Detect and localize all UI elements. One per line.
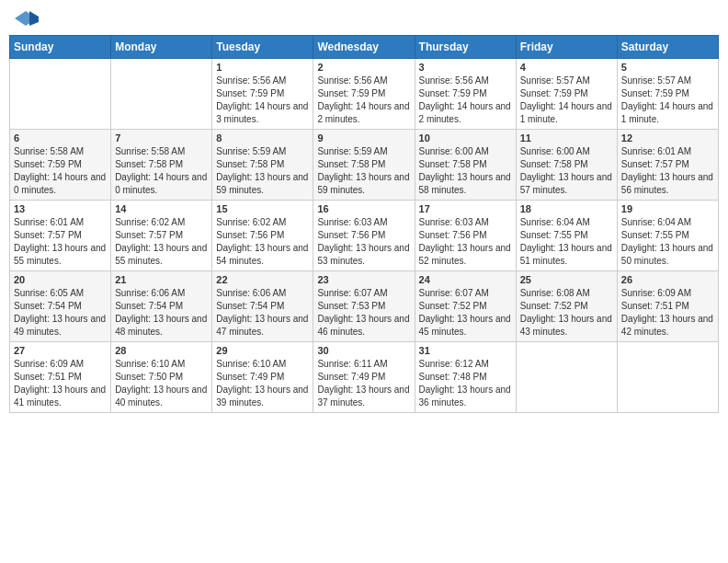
calendar-cell: 6Sunrise: 5:58 AM Sunset: 7:59 PM Daylig… <box>10 130 111 201</box>
calendar-cell: 16Sunrise: 6:03 AM Sunset: 7:56 PM Dayli… <box>313 201 415 271</box>
day-detail: Sunrise: 6:11 AM Sunset: 7:49 PM Dayligh… <box>317 358 410 409</box>
day-number: 2 <box>317 62 410 73</box>
day-number: 4 <box>520 62 613 73</box>
day-detail: Sunrise: 5:56 AM Sunset: 7:59 PM Dayligh… <box>216 75 309 126</box>
day-number: 19 <box>621 203 714 214</box>
calendar-week-row: 6Sunrise: 5:58 AM Sunset: 7:59 PM Daylig… <box>10 130 719 201</box>
day-number: 28 <box>115 345 208 356</box>
calendar-cell: 10Sunrise: 6:00 AM Sunset: 7:58 PM Dayli… <box>415 130 516 201</box>
calendar-cell: 20Sunrise: 6:05 AM Sunset: 7:54 PM Dayli… <box>10 271 111 342</box>
calendar-cell: 1Sunrise: 5:56 AM Sunset: 7:59 PM Daylig… <box>212 59 313 130</box>
column-header-sunday: Sunday <box>10 36 111 59</box>
calendar-cell <box>10 59 111 130</box>
day-number: 29 <box>216 345 309 356</box>
day-number: 31 <box>419 345 512 356</box>
day-detail: Sunrise: 6:10 AM Sunset: 7:49 PM Dayligh… <box>216 358 309 409</box>
calendar-week-row: 27Sunrise: 6:09 AM Sunset: 7:51 PM Dayli… <box>10 342 719 413</box>
calendar-cell: 25Sunrise: 6:08 AM Sunset: 7:52 PM Dayli… <box>516 271 617 342</box>
day-number: 1 <box>216 62 309 73</box>
calendar-cell: 9Sunrise: 5:59 AM Sunset: 7:58 PM Daylig… <box>313 130 415 201</box>
day-detail: Sunrise: 6:01 AM Sunset: 7:57 PM Dayligh… <box>14 216 107 268</box>
day-number: 16 <box>317 203 410 214</box>
day-number: 3 <box>419 62 512 73</box>
calendar-cell: 19Sunrise: 6:04 AM Sunset: 7:55 PM Dayli… <box>617 201 718 271</box>
calendar-cell: 13Sunrise: 6:01 AM Sunset: 7:57 PM Dayli… <box>10 201 111 271</box>
day-number: 26 <box>621 274 714 285</box>
day-number: 7 <box>115 132 208 144</box>
day-detail: Sunrise: 5:57 AM Sunset: 7:59 PM Dayligh… <box>621 75 714 126</box>
calendar-cell: 11Sunrise: 6:00 AM Sunset: 7:58 PM Dayli… <box>516 130 617 201</box>
calendar-cell <box>111 59 212 130</box>
day-detail: Sunrise: 6:04 AM Sunset: 7:55 PM Dayligh… <box>520 216 613 268</box>
day-number: 6 <box>14 132 107 144</box>
calendar-cell: 8Sunrise: 5:59 AM Sunset: 7:58 PM Daylig… <box>212 130 313 201</box>
day-number: 25 <box>520 274 613 285</box>
day-number: 14 <box>115 203 208 214</box>
column-header-tuesday: Tuesday <box>212 36 313 59</box>
calendar-cell: 3Sunrise: 5:56 AM Sunset: 7:59 PM Daylig… <box>415 59 516 130</box>
calendar-table: SundayMondayTuesdayWednesdayThursdayFrid… <box>9 35 719 413</box>
logo-icon <box>13 9 39 28</box>
day-number: 22 <box>216 274 309 285</box>
calendar-cell: 30Sunrise: 6:11 AM Sunset: 7:49 PM Dayli… <box>313 342 415 413</box>
day-detail: Sunrise: 6:00 AM Sunset: 7:58 PM Dayligh… <box>520 145 613 197</box>
day-detail: Sunrise: 6:03 AM Sunset: 7:56 PM Dayligh… <box>419 216 512 268</box>
column-header-friday: Friday <box>516 36 617 59</box>
calendar-cell: 14Sunrise: 6:02 AM Sunset: 7:57 PM Dayli… <box>111 201 212 271</box>
day-detail: Sunrise: 6:12 AM Sunset: 7:48 PM Dayligh… <box>419 358 512 409</box>
day-number: 30 <box>317 345 410 356</box>
calendar-cell: 12Sunrise: 6:01 AM Sunset: 7:57 PM Dayli… <box>617 130 718 201</box>
calendar-cell: 17Sunrise: 6:03 AM Sunset: 7:56 PM Dayli… <box>415 201 516 271</box>
calendar-week-row: 20Sunrise: 6:05 AM Sunset: 7:54 PM Dayli… <box>10 271 719 342</box>
day-detail: Sunrise: 6:06 AM Sunset: 7:54 PM Dayligh… <box>216 287 309 339</box>
column-header-saturday: Saturday <box>617 36 718 59</box>
calendar-cell <box>617 342 718 413</box>
day-number: 17 <box>419 203 512 214</box>
day-detail: Sunrise: 6:10 AM Sunset: 7:50 PM Dayligh… <box>115 358 208 409</box>
day-detail: Sunrise: 5:59 AM Sunset: 7:58 PM Dayligh… <box>216 145 309 197</box>
logo <box>13 9 42 28</box>
page-header <box>9 9 719 28</box>
day-detail: Sunrise: 6:07 AM Sunset: 7:52 PM Dayligh… <box>419 287 512 339</box>
day-number: 23 <box>317 274 410 285</box>
day-number: 18 <box>520 203 613 214</box>
svg-marker-1 <box>29 11 39 26</box>
day-detail: Sunrise: 5:56 AM Sunset: 7:59 PM Dayligh… <box>317 75 410 126</box>
day-number: 24 <box>419 274 512 285</box>
day-detail: Sunrise: 6:08 AM Sunset: 7:52 PM Dayligh… <box>520 287 613 339</box>
day-detail: Sunrise: 5:58 AM Sunset: 7:59 PM Dayligh… <box>14 145 107 197</box>
calendar-cell: 15Sunrise: 6:02 AM Sunset: 7:56 PM Dayli… <box>212 201 313 271</box>
day-detail: Sunrise: 6:02 AM Sunset: 7:57 PM Dayligh… <box>115 216 208 268</box>
day-detail: Sunrise: 5:56 AM Sunset: 7:59 PM Dayligh… <box>419 75 512 126</box>
calendar-cell: 31Sunrise: 6:12 AM Sunset: 7:48 PM Dayli… <box>415 342 516 413</box>
day-detail: Sunrise: 6:00 AM Sunset: 7:58 PM Dayligh… <box>419 145 512 197</box>
day-detail: Sunrise: 6:07 AM Sunset: 7:53 PM Dayligh… <box>317 287 410 339</box>
day-number: 27 <box>14 345 107 356</box>
calendar-cell <box>516 342 617 413</box>
day-number: 12 <box>621 132 714 144</box>
day-detail: Sunrise: 5:57 AM Sunset: 7:59 PM Dayligh… <box>520 75 613 126</box>
day-detail: Sunrise: 6:04 AM Sunset: 7:55 PM Dayligh… <box>621 216 714 268</box>
day-number: 13 <box>14 203 107 214</box>
day-detail: Sunrise: 6:01 AM Sunset: 7:57 PM Dayligh… <box>621 145 714 197</box>
calendar-cell: 29Sunrise: 6:10 AM Sunset: 7:49 PM Dayli… <box>212 342 313 413</box>
day-detail: Sunrise: 6:09 AM Sunset: 7:51 PM Dayligh… <box>14 358 107 409</box>
day-number: 21 <box>115 274 208 285</box>
calendar-cell: 26Sunrise: 6:09 AM Sunset: 7:51 PM Dayli… <box>617 271 718 342</box>
calendar-cell: 28Sunrise: 6:10 AM Sunset: 7:50 PM Dayli… <box>111 342 212 413</box>
day-number: 5 <box>621 62 714 73</box>
calendar-cell: 2Sunrise: 5:56 AM Sunset: 7:59 PM Daylig… <box>313 59 415 130</box>
calendar-cell: 7Sunrise: 5:58 AM Sunset: 7:58 PM Daylig… <box>111 130 212 201</box>
day-number: 8 <box>216 132 309 144</box>
day-detail: Sunrise: 6:05 AM Sunset: 7:54 PM Dayligh… <box>14 287 107 339</box>
day-detail: Sunrise: 6:06 AM Sunset: 7:54 PM Dayligh… <box>115 287 208 339</box>
day-number: 10 <box>419 132 512 144</box>
day-number: 11 <box>520 132 613 144</box>
calendar-week-row: 1Sunrise: 5:56 AM Sunset: 7:59 PM Daylig… <box>10 59 719 130</box>
calendar-week-row: 13Sunrise: 6:01 AM Sunset: 7:57 PM Dayli… <box>10 201 719 271</box>
calendar-cell: 24Sunrise: 6:07 AM Sunset: 7:52 PM Dayli… <box>415 271 516 342</box>
day-detail: Sunrise: 6:02 AM Sunset: 7:56 PM Dayligh… <box>216 216 309 268</box>
calendar-cell: 18Sunrise: 6:04 AM Sunset: 7:55 PM Dayli… <box>516 201 617 271</box>
calendar-cell: 21Sunrise: 6:06 AM Sunset: 7:54 PM Dayli… <box>111 271 212 342</box>
column-header-monday: Monday <box>111 36 212 59</box>
